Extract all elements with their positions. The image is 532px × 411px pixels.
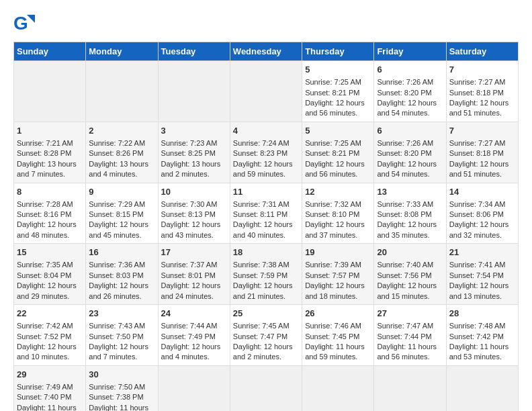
daylight-text: Daylight: 13 hours and 4 minutes. bbox=[89, 160, 148, 178]
daylight-text: Daylight: 12 hours and 54 minutes. bbox=[377, 160, 437, 178]
calendar-cell: 24Sunrise: 7:44 AMSunset: 7:49 PMDayligh… bbox=[158, 305, 230, 366]
sunrise-text: Sunrise: 7:25 AM bbox=[305, 139, 361, 147]
day-number: 23 bbox=[89, 308, 154, 320]
calendar-cell: 12Sunrise: 7:32 AMSunset: 8:10 PMDayligh… bbox=[302, 183, 374, 244]
calendar-cell: 18Sunrise: 7:38 AMSunset: 7:59 PMDayligh… bbox=[230, 244, 302, 305]
sunset-text: Sunset: 7:38 PM bbox=[89, 393, 143, 401]
calendar-cell bbox=[158, 365, 230, 411]
sunrise-text: Sunrise: 7:45 AM bbox=[233, 322, 290, 330]
calendar-cell: 26Sunrise: 7:46 AMSunset: 7:45 PMDayligh… bbox=[302, 305, 374, 366]
calendar-week-4: 22Sunrise: 7:42 AMSunset: 7:52 PMDayligh… bbox=[14, 305, 519, 366]
column-header-wednesday: Wednesday bbox=[230, 42, 302, 61]
sunrise-text: Sunrise: 7:23 AM bbox=[161, 139, 218, 147]
daylight-text: Daylight: 12 hours and 56 minutes. bbox=[305, 99, 365, 117]
sunrise-text: Sunrise: 7:38 AM bbox=[233, 261, 290, 269]
calendar-cell: 5Sunrise: 7:25 AMSunset: 8:21 PMDaylight… bbox=[302, 122, 374, 183]
sunset-text: Sunset: 8:01 PM bbox=[161, 271, 216, 279]
sunrise-text: Sunrise: 7:29 AM bbox=[89, 200, 145, 208]
calendar-cell: 2Sunrise: 7:22 AMSunset: 8:26 PMDaylight… bbox=[86, 122, 158, 183]
daylight-text: Daylight: 13 hours and 7 minutes. bbox=[17, 160, 77, 178]
sunset-text: Sunset: 8:11 PM bbox=[233, 210, 287, 218]
sunset-text: Sunset: 7:54 PM bbox=[449, 271, 504, 279]
sunrise-text: Sunrise: 7:48 AM bbox=[449, 322, 506, 330]
day-number: 29 bbox=[17, 369, 83, 381]
day-number: 15 bbox=[17, 246, 83, 259]
calendar-cell: 3Sunrise: 7:23 AMSunset: 8:25 PMDaylight… bbox=[158, 122, 230, 183]
day-number: 13 bbox=[377, 186, 443, 198]
daylight-text: Daylight: 12 hours and 43 minutes. bbox=[161, 220, 221, 238]
daylight-text: Daylight: 12 hours and 51 minutes. bbox=[449, 160, 509, 178]
calendar-cell: 28Sunrise: 7:48 AMSunset: 7:42 PMDayligh… bbox=[446, 305, 518, 366]
calendar-cell: 23Sunrise: 7:43 AMSunset: 7:50 PMDayligh… bbox=[86, 305, 158, 366]
daylight-text: Daylight: 12 hours and 54 minutes. bbox=[377, 99, 437, 117]
sunrise-text: Sunrise: 7:46 AM bbox=[305, 322, 361, 330]
day-number: 9 bbox=[89, 186, 154, 198]
daylight-text: Daylight: 13 hours and 2 minutes. bbox=[161, 160, 221, 178]
calendar-cell: 13Sunrise: 7:33 AMSunset: 8:08 PMDayligh… bbox=[374, 183, 446, 244]
sunset-text: Sunset: 8:18 PM bbox=[449, 89, 504, 97]
calendar-cell: 27Sunrise: 7:47 AMSunset: 7:44 PMDayligh… bbox=[374, 305, 446, 366]
daylight-text: Daylight: 12 hours and 24 minutes. bbox=[161, 281, 221, 300]
day-number: 11 bbox=[233, 186, 299, 198]
daylight-text: Daylight: 12 hours and 59 minutes. bbox=[233, 160, 293, 178]
sunrise-text: Sunrise: 7:30 AM bbox=[161, 200, 218, 208]
sunrise-text: Sunrise: 7:24 AM bbox=[233, 139, 290, 147]
calendar-header-row: SundayMondayTuesdayWednesdayThursdayFrid… bbox=[14, 42, 519, 61]
day-number: 6 bbox=[377, 125, 443, 137]
calendar-cell: 15Sunrise: 7:35 AMSunset: 8:04 PMDayligh… bbox=[14, 244, 86, 305]
column-header-monday: Monday bbox=[86, 42, 158, 61]
column-header-sunday: Sunday bbox=[14, 42, 86, 61]
day-number: 26 bbox=[305, 308, 371, 320]
day-number: 8 bbox=[17, 186, 83, 198]
sunrise-text: Sunrise: 7:37 AM bbox=[161, 261, 218, 269]
daylight-text: Daylight: 11 hours and 53 minutes. bbox=[449, 342, 509, 361]
sunrise-text: Sunrise: 7:21 AM bbox=[17, 139, 73, 147]
sunrise-text: Sunrise: 7:43 AM bbox=[89, 322, 145, 330]
calendar-cell: 6Sunrise: 7:26 AMSunset: 8:20 PMDaylight… bbox=[374, 61, 446, 122]
day-number: 19 bbox=[305, 246, 371, 259]
day-number: 16 bbox=[89, 246, 154, 259]
sunrise-text: Sunrise: 7:42 AM bbox=[17, 322, 73, 330]
day-number: 27 bbox=[377, 308, 443, 320]
calendar-table: SundayMondayTuesdayWednesdayThursdayFrid… bbox=[13, 42, 519, 411]
sunrise-text: Sunrise: 7:28 AM bbox=[17, 200, 73, 208]
sunrise-text: Sunrise: 7:41 AM bbox=[449, 261, 506, 269]
calendar-cell: 7Sunrise: 7:27 AMSunset: 8:18 PMDaylight… bbox=[446, 122, 518, 183]
calendar-cell: 30Sunrise: 7:50 AMSunset: 7:38 PMDayligh… bbox=[86, 365, 158, 411]
calendar-cell bbox=[158, 61, 230, 122]
column-header-saturday: Saturday bbox=[446, 42, 518, 61]
sunrise-text: Sunrise: 7:36 AM bbox=[89, 261, 145, 269]
day-number: 7 bbox=[449, 64, 515, 76]
day-number: 28 bbox=[449, 308, 515, 320]
sunset-text: Sunset: 8:25 PM bbox=[161, 149, 216, 157]
sunset-text: Sunset: 7:57 PM bbox=[305, 271, 359, 279]
daylight-text: Daylight: 12 hours and 32 minutes. bbox=[449, 220, 509, 238]
page-header: G bbox=[13, 13, 519, 35]
sunset-text: Sunset: 8:23 PM bbox=[233, 149, 287, 157]
sunrise-text: Sunrise: 7:26 AM bbox=[377, 139, 433, 147]
daylight-text: Daylight: 12 hours and 26 minutes. bbox=[89, 281, 148, 300]
day-number: 6 bbox=[377, 64, 443, 76]
calendar-cell: 22Sunrise: 7:42 AMSunset: 7:52 PMDayligh… bbox=[14, 305, 86, 366]
daylight-text: Daylight: 12 hours and 48 minutes. bbox=[17, 220, 77, 238]
logo-icon: G bbox=[13, 13, 35, 35]
day-number: 3 bbox=[161, 125, 227, 137]
daylight-text: Daylight: 12 hours and 7 minutes. bbox=[89, 342, 148, 361]
sunset-text: Sunset: 7:52 PM bbox=[17, 332, 71, 340]
daylight-text: Daylight: 12 hours and 29 minutes. bbox=[17, 281, 77, 300]
sunrise-text: Sunrise: 7:32 AM bbox=[305, 200, 361, 208]
day-number: 24 bbox=[161, 308, 227, 320]
calendar-week-3: 15Sunrise: 7:35 AMSunset: 8:04 PMDayligh… bbox=[14, 244, 519, 305]
calendar-cell: 8Sunrise: 7:28 AMSunset: 8:16 PMDaylight… bbox=[14, 183, 86, 244]
sunset-text: Sunset: 8:26 PM bbox=[89, 149, 143, 157]
column-header-thursday: Thursday bbox=[302, 42, 374, 61]
calendar-cell bbox=[230, 365, 302, 411]
svg-marker-1 bbox=[27, 15, 35, 23]
calendar-cell: 7Sunrise: 7:27 AMSunset: 8:18 PMDaylight… bbox=[446, 61, 518, 122]
calendar-week-5: 29Sunrise: 7:49 AMSunset: 7:40 PMDayligh… bbox=[14, 365, 519, 411]
daylight-text: Daylight: 12 hours and 21 minutes. bbox=[233, 281, 293, 300]
sunset-text: Sunset: 7:42 PM bbox=[449, 332, 504, 340]
sunrise-text: Sunrise: 7:31 AM bbox=[233, 200, 290, 208]
daylight-text: Daylight: 12 hours and 18 minutes. bbox=[305, 281, 365, 300]
daylight-text: Daylight: 11 hours and 59 minutes. bbox=[305, 342, 365, 361]
